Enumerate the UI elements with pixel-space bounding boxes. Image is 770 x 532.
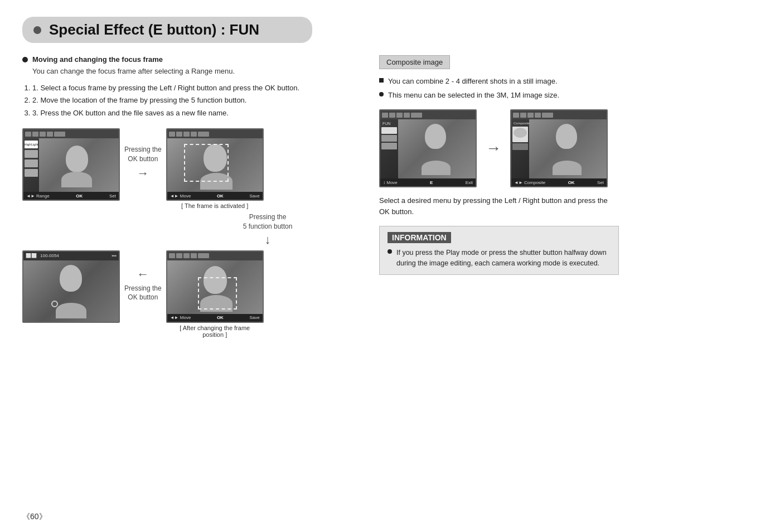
s3-toolbar-icon4 [191, 253, 197, 258]
composite-bullet-1: You can combine 2 - 4 different shots in… [379, 76, 748, 87]
s3-toolbar-icon3 [183, 253, 190, 258]
screen2-nav: ◄► Move [170, 194, 191, 199]
info-header: INFORMATION [388, 232, 451, 243]
right-column: Composite image You can combine 2 - 4 di… [374, 55, 748, 338]
s2-toolbar-icon5 [198, 132, 209, 137]
s2-toolbar-icon4 [191, 132, 197, 137]
menu-item2 [25, 150, 38, 158]
composite-header: Composite image [379, 55, 450, 69]
saved-screen-wrapper: ⬜⬜ 100-0054 ▪▪▪ [22, 250, 120, 323]
composite-screen: Composite [510, 109, 608, 187]
toolbar-icon2 [32, 132, 38, 137]
composite-screens-area: FUN ↕ Move [379, 109, 748, 187]
fun-e: E [430, 180, 433, 185]
s3-toolbar-icon2 [176, 253, 182, 258]
fun-item2 [381, 135, 397, 142]
comp-body [553, 161, 582, 175]
comp-nav: ◄► Composite [514, 180, 545, 185]
toolbar-icon5 [54, 132, 65, 137]
comp-toolbar-icon4 [535, 113, 541, 118]
screen1: HighLight ◄► Ra [22, 128, 120, 201]
screen1-nav: ◄► Range [26, 194, 50, 199]
fun-sidebar: FUN [380, 119, 398, 178]
fun-label: FUN [381, 121, 397, 126]
comp-toolbar-icon3 [527, 113, 534, 118]
title-dot-icon [33, 26, 41, 34]
composite-arrow-icon: → [486, 139, 501, 157]
comp-ok: OK [568, 180, 575, 185]
s3-toolbar-icon5 [198, 253, 209, 258]
steps-list: 1. Select a focus frame by pressing the … [32, 83, 357, 119]
fn-arrow-inner: Pressing the 5 function button ↓ [243, 212, 293, 247]
page-title: Special Effect (E button) : FUN [49, 21, 259, 38]
composite-bullets: You can combine 2 - 4 different shots in… [379, 76, 748, 100]
composite-photo-area: Composite [511, 119, 607, 178]
comp-face-oval [556, 124, 577, 149]
saved-top-bar: ⬜⬜ 100-0054 ▪▪▪ [23, 252, 119, 260]
s2-toolbar-icon2 [176, 132, 182, 137]
face-oval1 [66, 146, 88, 172]
arrow-left-icon: ← [137, 267, 149, 282]
page: Special Effect (E button) : FUN Moving a… [0, 0, 770, 532]
screen3-toolbar [167, 252, 263, 260]
s2-toolbar-icon1 [169, 132, 175, 137]
bullet-heading-text: Moving and changing the focus frame [32, 55, 163, 64]
info-box: INFORMATION If you press the Play mode o… [379, 226, 619, 275]
content-area: Moving and changing the focus frame You … [22, 55, 748, 338]
saved-photo-area [23, 260, 119, 323]
fun-toolbar-icon4 [404, 113, 410, 118]
pressing-ok-2-label: Pressing the OK button [124, 284, 162, 303]
saved-screen: ⬜⬜ 100-0054 ▪▪▪ [22, 250, 120, 323]
menu-highlight: HighLight [25, 141, 38, 148]
fun-move: ↕ Move [383, 180, 398, 185]
battery-icon: ▪▪▪ [112, 253, 117, 258]
composite-screen-wrapper: Composite [510, 109, 608, 187]
screen3-wrapper: ◄► Move OK Save [ After changing the fra… [166, 250, 264, 338]
bullet-dot-icon [22, 57, 28, 62]
comp-face-thumb [514, 128, 527, 138]
arrow-down-icon: ↓ [264, 233, 270, 247]
comp-set: Set [597, 180, 604, 185]
comp-toolbar-icon2 [520, 113, 526, 118]
screen2-ok: OK [217, 194, 224, 199]
screen1-bottom: ◄► Range OK Set [23, 192, 119, 200]
focus-frame-overlay-3 [198, 277, 237, 309]
screen1-sidebar: HighLight [23, 138, 39, 192]
fun-body [422, 161, 451, 175]
body1 [61, 172, 92, 187]
fun-toolbar-icon1 [382, 113, 388, 118]
bullet-sub-text: You can change the focus frame after sel… [32, 66, 357, 77]
composite-bullet-1-text: You can combine 2 - 4 different shots in… [388, 76, 558, 87]
select-text: Select a desired menu by pressing the Le… [379, 195, 613, 217]
screen1-toolbar [23, 129, 119, 138]
screen1-wrapper: HighLight ◄► Ra [22, 128, 120, 201]
fun-item1 [381, 127, 397, 134]
s3-toolbar-icon1 [169, 253, 175, 258]
fun-toolbar-icon5 [411, 113, 422, 118]
menu-item4 [25, 169, 38, 177]
fun-toolbar [380, 110, 476, 119]
comp-item2 [512, 143, 528, 150]
fun-face-area [403, 122, 473, 176]
arrow-right-1-icon: → [137, 166, 149, 181]
round-bullet-icon [379, 92, 384, 96]
composite-bullet-2-text: This menu can be selected in the 3M, 1M … [388, 90, 559, 101]
fun-exit: Exit [466, 180, 473, 185]
screen3-save: Save [249, 315, 259, 320]
screen3-photo [167, 260, 263, 314]
composite-bottom: ◄► Composite OK Set [511, 178, 607, 186]
file-icon: ⬜⬜ [26, 253, 37, 258]
pressing-fn-label: Pressing the 5 function button [243, 212, 293, 231]
fun-toolbar-icon3 [396, 113, 403, 118]
fun-toolbar-icon2 [389, 113, 395, 118]
step-2: 2. Move the location of the frame by pre… [32, 95, 357, 106]
screen3-bottom: ◄► Move OK Save [167, 314, 263, 322]
step-1: 1. Select a focus frame by pressing the … [32, 83, 357, 94]
fun-item3 [381, 143, 397, 149]
info-text: If you press the Play mode or press the … [396, 248, 611, 269]
composite-label: Composite [512, 121, 528, 125]
saved-body [56, 303, 86, 318]
screen1-ok: OK [76, 194, 83, 199]
arrow1-area: Pressing the OK button → [124, 145, 162, 181]
screen3-nav: ◄► Move [170, 315, 191, 320]
